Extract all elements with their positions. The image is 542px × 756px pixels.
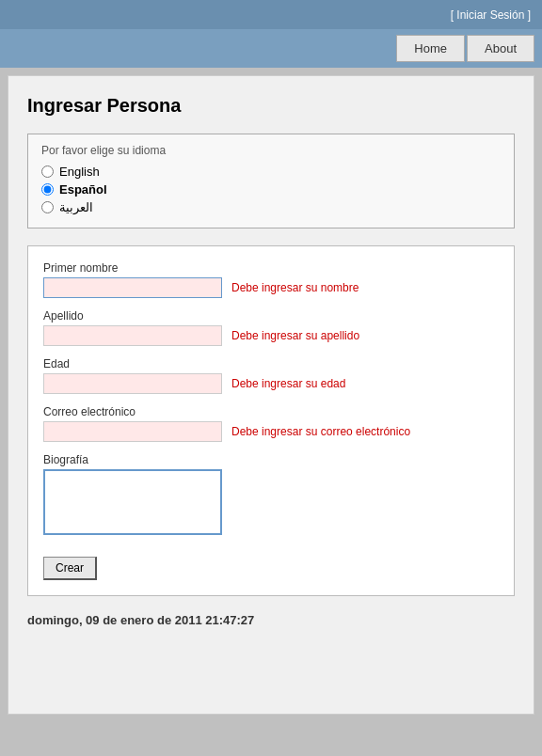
email-error: Debe ingresar su correo electrónico	[231, 425, 410, 438]
language-group: Por favor elige su idioma English Españo…	[27, 134, 515, 228]
create-button[interactable]: Crear	[43, 557, 97, 580]
age-row: Debe ingresar su edad	[43, 373, 499, 394]
email-row: Debe ingresar su correo electrónico	[43, 421, 499, 442]
form-section: Primer nombre Debe ingresar su nombre Ap…	[27, 245, 515, 596]
language-legend: Por favor elige su idioma	[41, 144, 501, 157]
radio-arabic-label: العربية	[59, 200, 93, 214]
nav-bar: Home About	[0, 29, 542, 68]
first-name-label: Primer nombre	[43, 261, 499, 275]
login-link[interactable]: [ Iniciar Sesión ]	[451, 8, 531, 22]
first-name-row: Debe ingresar su nombre	[43, 277, 499, 298]
page-content: Ingresar Persona Por favor elige su idio…	[8, 75, 534, 715]
radio-arabic-input[interactable]	[41, 201, 54, 213]
first-name-error: Debe ingresar su nombre	[231, 281, 359, 294]
about-button[interactable]: About	[467, 35, 534, 62]
radio-espanol-input[interactable]	[41, 183, 54, 196]
last-name-group: Apellido Debe ingresar su apellido	[43, 309, 499, 346]
bio-label: Biografía	[43, 453, 499, 466]
timestamp: domingo, 09 de enero de 2011 21:47:27	[27, 613, 515, 627]
radio-english[interactable]: English	[41, 165, 501, 179]
first-name-input[interactable]	[43, 277, 222, 298]
last-name-input[interactable]	[43, 325, 222, 346]
radio-english-label: English	[59, 165, 100, 179]
radio-arabic[interactable]: العربية	[41, 200, 501, 214]
bio-group: Biografía	[43, 453, 499, 538]
radio-english-input[interactable]	[41, 165, 54, 178]
email-label: Correo electrónico	[43, 405, 499, 418]
age-error: Debe ingresar su edad	[231, 377, 345, 390]
age-input[interactable]	[43, 373, 222, 394]
bio-textarea[interactable]	[43, 469, 222, 535]
email-group: Correo electrónico Debe ingresar su corr…	[43, 405, 499, 442]
radio-espanol-label: Español	[59, 182, 107, 197]
email-input[interactable]	[43, 421, 222, 442]
page-title: Ingresar Persona	[27, 95, 515, 117]
last-name-error: Debe ingresar su apellido	[231, 329, 359, 342]
radio-espanol[interactable]: Español	[41, 182, 501, 197]
age-label: Edad	[43, 357, 499, 370]
age-group: Edad Debe ingresar su edad	[43, 357, 499, 394]
last-name-label: Apellido	[43, 309, 499, 323]
last-name-row: Debe ingresar su apellido	[43, 325, 499, 346]
top-bar: [ Iniciar Sesión ]	[0, 0, 542, 29]
first-name-group: Primer nombre Debe ingresar su nombre	[43, 261, 499, 298]
home-button[interactable]: Home	[396, 35, 465, 62]
